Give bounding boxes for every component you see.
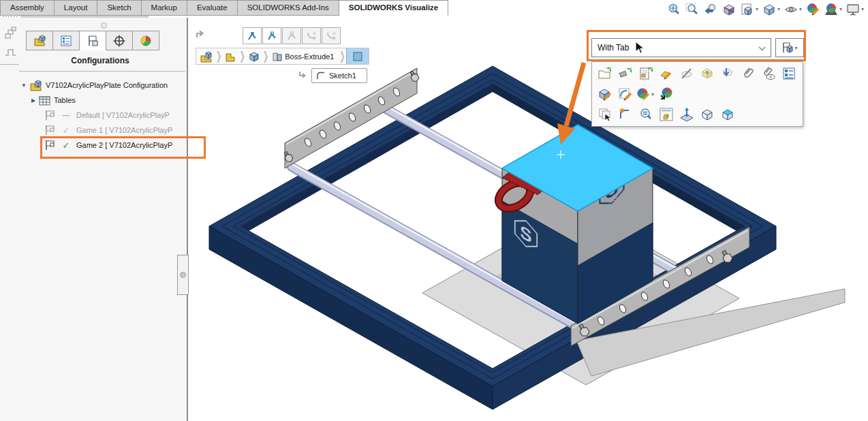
toolbar-collapsed-strip bbox=[20, 16, 149, 18]
panel-splitter-handle[interactable] bbox=[177, 255, 189, 295]
zoom-to-selection-icon[interactable] bbox=[636, 106, 656, 123]
tables-folder-icon bbox=[39, 95, 50, 106]
collapse-arrow-icon[interactable]: ▼ bbox=[20, 82, 27, 89]
open-drawing-icon[interactable] bbox=[636, 65, 656, 82]
add-configuration-caret[interactable]: ▾ bbox=[794, 45, 797, 51]
feature-manager-tab[interactable] bbox=[26, 31, 53, 50]
hide-icon[interactable] bbox=[677, 65, 697, 82]
tab-layout[interactable]: Layout bbox=[55, 0, 98, 16]
tab-solidworks-visualize[interactable]: SOLIDWORKS Visualize bbox=[339, 0, 448, 16]
panel-collapse-handle[interactable] bbox=[101, 22, 107, 29]
context-toolbar-row1 bbox=[595, 63, 803, 84]
display-manager-tab[interactable] bbox=[133, 31, 159, 50]
context-toolbar-row2: ▾ bbox=[595, 84, 803, 104]
tab-markup[interactable]: Markup bbox=[142, 0, 187, 16]
open-part-icon[interactable] bbox=[595, 65, 615, 82]
sketch-tool-button-5[interactable]: A bbox=[322, 27, 341, 44]
edit-sketch-icon[interactable] bbox=[615, 85, 636, 103]
tree-row-config-game1[interactable]: ✓ Game 1 [ V7102AcrylicPlayP bbox=[0, 123, 187, 138]
breadcrumb-body[interactable] bbox=[246, 48, 262, 64]
breadcrumb-part[interactable] bbox=[222, 48, 238, 64]
assembly-structure-icon[interactable] bbox=[3, 26, 17, 44]
sketch-icon bbox=[315, 70, 326, 81]
context-toolbar: ▾ ✱ bbox=[591, 61, 803, 127]
appearances-icon[interactable]: ▾ bbox=[636, 85, 656, 103]
view-cube-icon[interactable] bbox=[697, 106, 717, 123]
tab-sketch[interactable]: Sketch bbox=[97, 0, 141, 16]
chevron-down-icon[interactable] bbox=[758, 42, 771, 54]
breadcrumb-chevron: ❯ bbox=[339, 50, 345, 63]
heads-up-view-toolbar: ▾ ▾ ▾ ▾ ▾ bbox=[665, 1, 865, 18]
manager-tab-bar bbox=[26, 31, 159, 50]
graphics-area[interactable]: S SOLIDSOLUTIONS S bbox=[188, 18, 868, 421]
properties-list-icon[interactable] bbox=[779, 65, 799, 82]
sketch-tool-button-1[interactable] bbox=[243, 27, 262, 44]
step-icon[interactable] bbox=[4, 46, 18, 60]
config-game2-label: Game 2 [ V7102AcrylicPlayP bbox=[76, 141, 172, 149]
svg-text:A: A bbox=[313, 31, 316, 35]
tree-row-config-game2[interactable]: ✓ Game 2 [ V7102AcrylicPlayP bbox=[0, 138, 187, 153]
tab-solidworks-add-ins[interactable]: SOLIDWORKS Add-Ins bbox=[238, 0, 339, 16]
configuration-dropdown[interactable]: With Tab bbox=[591, 38, 771, 57]
section-cube-icon[interactable] bbox=[717, 106, 738, 123]
config-default-label: Default [ V7102AcrylicPlayP bbox=[76, 111, 170, 119]
sketch-tool-button-2[interactable] bbox=[262, 27, 281, 44]
tree-row-tables[interactable]: ▶ Tables bbox=[0, 93, 187, 108]
breadcrumb-assembly[interactable] bbox=[198, 48, 215, 64]
show-hidden-icon[interactable] bbox=[697, 65, 717, 82]
context-toolbar-row3: ✱ bbox=[595, 104, 803, 125]
edit-body-icon[interactable] bbox=[595, 85, 615, 103]
zoom-to-area-icon[interactable] bbox=[683, 1, 701, 18]
view-settings-caret[interactable]: ▾ bbox=[861, 6, 864, 12]
hide-show-items-icon[interactable]: ▾ bbox=[782, 1, 803, 18]
config-flag-icon bbox=[44, 125, 58, 136]
sketch-tool-button-3[interactable] bbox=[282, 27, 301, 44]
sketch-tool-button-4[interactable]: A bbox=[302, 27, 321, 44]
top-bar: Assembly Layout Sketch Markup Evaluate S… bbox=[0, 0, 868, 18]
exit-sketch-arrow-icon[interactable] bbox=[195, 29, 206, 42]
view-settings-icon[interactable]: ▾ bbox=[844, 1, 865, 18]
strip-divider bbox=[0, 64, 19, 65]
add-configuration-button[interactable]: ▾ bbox=[775, 38, 804, 57]
edit-feature-icon[interactable] bbox=[656, 65, 677, 82]
isolate-icon[interactable] bbox=[656, 106, 677, 123]
view-attachments-icon[interactable] bbox=[758, 65, 779, 82]
view-orientation-icon[interactable]: ▾ bbox=[739, 1, 760, 18]
select-other-icon[interactable] bbox=[595, 106, 615, 123]
hide-show-items-caret[interactable]: ▾ bbox=[799, 6, 802, 12]
configuration-tree: ▼ V7102AcrylicPlayPlate Configuration ▶ … bbox=[0, 78, 187, 153]
make-independent-icon[interactable] bbox=[615, 65, 636, 82]
suppress-icon[interactable] bbox=[717, 65, 738, 82]
toolbar-drag-handle[interactable] bbox=[2, 16, 18, 18]
property-manager-tab[interactable] bbox=[53, 31, 80, 50]
display-style-caret[interactable]: ▾ bbox=[777, 6, 780, 12]
svg-text:▾: ▾ bbox=[651, 91, 654, 97]
tab-evaluate[interactable]: Evaluate bbox=[187, 0, 238, 16]
expand-arrow-icon[interactable]: ▶ bbox=[30, 97, 37, 104]
command-manager-tabs: Assembly Layout Sketch Markup Evaluate S… bbox=[0, 0, 448, 15]
normal-to-icon[interactable] bbox=[677, 106, 697, 123]
section-view-icon[interactable] bbox=[720, 1, 738, 18]
svg-text:A: A bbox=[332, 31, 336, 35]
breadcrumb-sketch-selected[interactable] bbox=[346, 48, 369, 64]
attachments-icon[interactable] bbox=[738, 65, 758, 82]
tab-assembly[interactable]: Assembly bbox=[0, 0, 55, 16]
sub-item-arrow-icon bbox=[297, 69, 308, 83]
tree-row-root[interactable]: ▼ V7102AcrylicPlayPlate Configuration bbox=[0, 78, 187, 93]
display-style-icon[interactable]: ▾ bbox=[760, 1, 781, 18]
dimxpert-manager-tab[interactable] bbox=[106, 31, 133, 50]
new-sketch-icon[interactable]: ✱ bbox=[615, 106, 636, 123]
breadcrumb-feature[interactable]: Boss-Extrude1 bbox=[269, 48, 339, 64]
tree-row-config-default[interactable]: — Default [ V7102AcrylicPlayP bbox=[0, 108, 187, 123]
splitter-dot bbox=[180, 272, 186, 278]
apply-scene-icon[interactable]: ▾ bbox=[822, 1, 843, 18]
zoom-to-fit-icon[interactable] bbox=[665, 1, 683, 18]
configuration-manager-tab[interactable] bbox=[80, 31, 106, 50]
edit-appearance-icon[interactable] bbox=[804, 1, 822, 18]
configuration-root-icon bbox=[29, 80, 42, 91]
previous-view-icon[interactable] bbox=[702, 1, 719, 18]
apply-material-icon[interactable] bbox=[656, 85, 677, 103]
apply-scene-caret[interactable]: ▾ bbox=[839, 6, 842, 12]
sketch1-button[interactable]: Sketch1 bbox=[311, 68, 367, 83]
view-orientation-caret[interactable]: ▾ bbox=[756, 6, 758, 12]
